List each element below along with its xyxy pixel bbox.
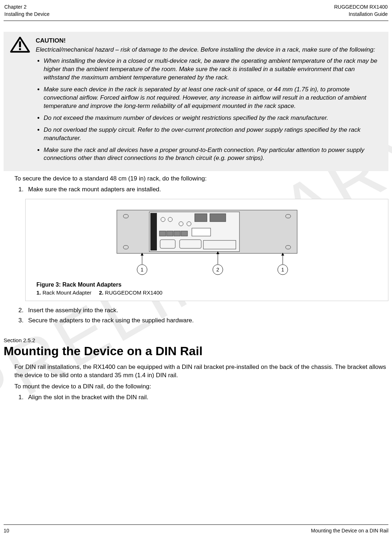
- din-step-1: Align the slot in the bracket with the D…: [25, 394, 388, 401]
- rack-step-1: Make sure the rack mount adapters are in…: [25, 186, 388, 193]
- page-header: Chapter 2 Installing the Device RUGGEDCO…: [4, 4, 388, 21]
- caution-item: Do not exceed the maximum number of devi…: [44, 114, 382, 122]
- page-footer: 10 Mounting the Device on a DIN Rail: [4, 524, 388, 534]
- header-chapter-title: Installing the Device: [4, 11, 49, 18]
- rack-intro-text: To secure the device to a standard 48 cm…: [14, 175, 388, 183]
- caution-intro: Electrical/mechanical hazard – risk of d…: [36, 46, 382, 54]
- page-number: 10: [4, 528, 9, 534]
- figure-box: 1 2 1 Figure 3: Rack Mount Adapters 1. R…: [25, 199, 388, 301]
- caution-title: CAUTION!: [36, 37, 382, 45]
- svg-rect-10: [159, 231, 166, 236]
- legend-2-num: 2.: [99, 289, 103, 296]
- figure-caption: Figure 3: Rack Mount Adapters: [36, 282, 377, 288]
- legend-1-num: 1.: [36, 289, 41, 296]
- figure-legend: 1. Rack Mount Adapter 2. RUGGEDCOM RX140…: [36, 289, 377, 296]
- rack-step-3: Secure the adapters to the rack using th…: [25, 317, 388, 324]
- din-steps: Align the slot in the bracket with the D…: [25, 394, 388, 401]
- caution-item: Do not overload the supply circuit. Refe…: [44, 126, 382, 143]
- svg-rect-12: [174, 231, 180, 236]
- svg-rect-20: [195, 214, 207, 222]
- caution-item: Make sure the rack and all devices have …: [44, 146, 382, 163]
- svg-rect-11: [167, 231, 173, 236]
- section-label: Section 2.5.2: [4, 337, 388, 343]
- header-doc-type: Installation Guide: [334, 11, 388, 18]
- svg-rect-22: [192, 228, 211, 236]
- caution-icon: [10, 37, 30, 53]
- caution-item: When installing the device in a closed o…: [44, 57, 382, 82]
- legend-1-text: Rack Mount Adapter: [41, 289, 92, 296]
- figure-image: 1 2 1: [36, 206, 377, 279]
- din-p1: For DIN rail installations, the RX1400 c…: [14, 363, 388, 380]
- rack-steps-1: Make sure the rack mount adapters are in…: [25, 186, 388, 193]
- footer-section-title: Mounting the Device on a DIN Rail: [311, 528, 388, 534]
- header-right: RUGGEDCOM RX1400 Installation Guide: [334, 4, 388, 18]
- svg-rect-2: [19, 48, 21, 50]
- callout-1-right: 1: [281, 267, 284, 273]
- caution-box: CAUTION! Electrical/mechanical hazard – …: [4, 32, 388, 171]
- caution-list: When installing the device in a closed o…: [36, 57, 382, 162]
- svg-rect-21: [210, 214, 226, 222]
- svg-rect-1: [19, 42, 21, 47]
- caution-item: Make sure each device in the rack is sep…: [44, 86, 382, 110]
- caution-content: CAUTION! Electrical/mechanical hazard – …: [36, 37, 382, 166]
- header-chapter: Chapter 2: [4, 4, 49, 11]
- section-title: Mounting the Device on a DIN Rail: [4, 344, 388, 358]
- svg-rect-13: [181, 231, 188, 236]
- callout-1-left: 1: [141, 267, 144, 273]
- din-p2: To mount the device to a DIN rail, do th…: [14, 383, 388, 391]
- rack-step-2: Insert the assembly into the rack.: [25, 307, 388, 314]
- callout-2: 2: [216, 267, 219, 273]
- rack-steps-2: Insert the assembly into the rack. Secur…: [25, 307, 388, 324]
- header-product: RUGGEDCOM RX1400: [334, 4, 388, 11]
- header-left: Chapter 2 Installing the Device: [4, 4, 49, 18]
- legend-2-text: RUGGEDCOM RX1400: [103, 289, 162, 296]
- svg-rect-9: [150, 213, 157, 251]
